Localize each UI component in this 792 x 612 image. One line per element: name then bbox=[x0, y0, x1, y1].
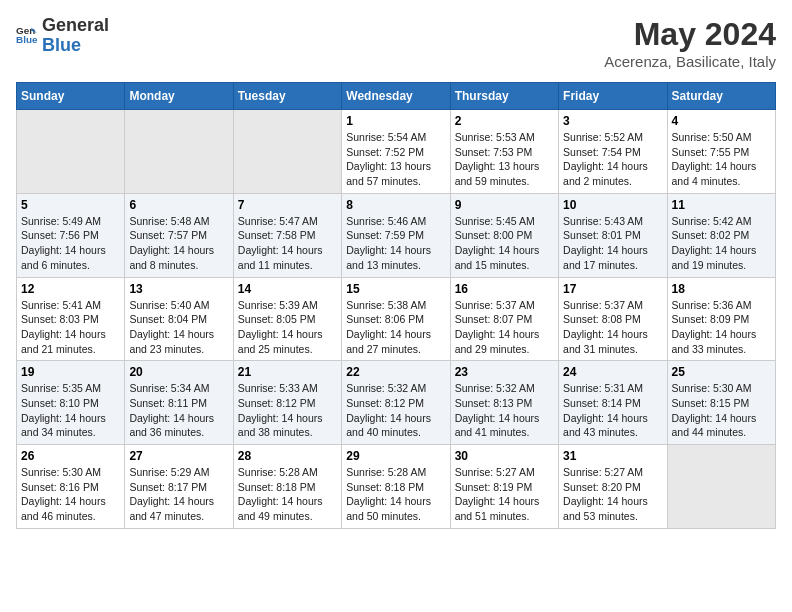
calendar-cell: 16Sunrise: 5:37 AMSunset: 8:07 PMDayligh… bbox=[450, 277, 558, 361]
daylight-label: Daylight: 13 hours and 59 minutes. bbox=[455, 160, 540, 187]
sunrise-label: Sunrise: 5:36 AM bbox=[672, 299, 752, 311]
sunset-label: Sunset: 8:12 PM bbox=[346, 397, 424, 409]
calendar-cell: 18Sunrise: 5:36 AMSunset: 8:09 PMDayligh… bbox=[667, 277, 775, 361]
daylight-label: Daylight: 14 hours and 41 minutes. bbox=[455, 412, 540, 439]
sunset-label: Sunset: 8:00 PM bbox=[455, 229, 533, 241]
sunrise-label: Sunrise: 5:32 AM bbox=[346, 382, 426, 394]
day-info: Sunrise: 5:28 AMSunset: 8:18 PMDaylight:… bbox=[238, 465, 337, 524]
logo-icon: Gen Blue bbox=[16, 23, 38, 49]
calendar-cell: 10Sunrise: 5:43 AMSunset: 8:01 PMDayligh… bbox=[559, 193, 667, 277]
sunset-label: Sunset: 7:57 PM bbox=[129, 229, 207, 241]
day-info: Sunrise: 5:53 AMSunset: 7:53 PMDaylight:… bbox=[455, 130, 554, 189]
day-number: 19 bbox=[21, 365, 120, 379]
calendar-week-row: 1Sunrise: 5:54 AMSunset: 7:52 PMDaylight… bbox=[17, 110, 776, 194]
day-number: 14 bbox=[238, 282, 337, 296]
sunrise-label: Sunrise: 5:27 AM bbox=[455, 466, 535, 478]
sunrise-label: Sunrise: 5:43 AM bbox=[563, 215, 643, 227]
day-number: 18 bbox=[672, 282, 771, 296]
daylight-label: Daylight: 14 hours and 4 minutes. bbox=[672, 160, 757, 187]
calendar-cell: 23Sunrise: 5:32 AMSunset: 8:13 PMDayligh… bbox=[450, 361, 558, 445]
day-number: 23 bbox=[455, 365, 554, 379]
sunrise-label: Sunrise: 5:49 AM bbox=[21, 215, 101, 227]
sunrise-label: Sunrise: 5:30 AM bbox=[672, 382, 752, 394]
sunrise-label: Sunrise: 5:42 AM bbox=[672, 215, 752, 227]
day-info: Sunrise: 5:35 AMSunset: 8:10 PMDaylight:… bbox=[21, 381, 120, 440]
title-area: May 2024 Acerenza, Basilicate, Italy bbox=[604, 16, 776, 70]
sunset-label: Sunset: 8:13 PM bbox=[455, 397, 533, 409]
day-info: Sunrise: 5:52 AMSunset: 7:54 PMDaylight:… bbox=[563, 130, 662, 189]
sunrise-label: Sunrise: 5:54 AM bbox=[346, 131, 426, 143]
day-number: 26 bbox=[21, 449, 120, 463]
sunset-label: Sunset: 8:06 PM bbox=[346, 313, 424, 325]
calendar-cell: 6Sunrise: 5:48 AMSunset: 7:57 PMDaylight… bbox=[125, 193, 233, 277]
daylight-label: Daylight: 14 hours and 50 minutes. bbox=[346, 495, 431, 522]
daylight-label: Daylight: 14 hours and 46 minutes. bbox=[21, 495, 106, 522]
sunset-label: Sunset: 8:03 PM bbox=[21, 313, 99, 325]
day-number: 15 bbox=[346, 282, 445, 296]
sunrise-label: Sunrise: 5:47 AM bbox=[238, 215, 318, 227]
sunrise-label: Sunrise: 5:27 AM bbox=[563, 466, 643, 478]
day-number: 22 bbox=[346, 365, 445, 379]
sunrise-label: Sunrise: 5:48 AM bbox=[129, 215, 209, 227]
day-of-week-header: Saturday bbox=[667, 83, 775, 110]
daylight-label: Daylight: 13 hours and 57 minutes. bbox=[346, 160, 431, 187]
daylight-label: Daylight: 14 hours and 13 minutes. bbox=[346, 244, 431, 271]
sunset-label: Sunset: 7:55 PM bbox=[672, 146, 750, 158]
calendar-cell bbox=[667, 445, 775, 529]
calendar-cell: 12Sunrise: 5:41 AMSunset: 8:03 PMDayligh… bbox=[17, 277, 125, 361]
calendar-cell: 20Sunrise: 5:34 AMSunset: 8:11 PMDayligh… bbox=[125, 361, 233, 445]
day-number: 21 bbox=[238, 365, 337, 379]
sunrise-label: Sunrise: 5:40 AM bbox=[129, 299, 209, 311]
sunrise-label: Sunrise: 5:35 AM bbox=[21, 382, 101, 394]
location: Acerenza, Basilicate, Italy bbox=[604, 53, 776, 70]
calendar-cell: 8Sunrise: 5:46 AMSunset: 7:59 PMDaylight… bbox=[342, 193, 450, 277]
sunset-label: Sunset: 8:17 PM bbox=[129, 481, 207, 493]
sunset-label: Sunset: 8:07 PM bbox=[455, 313, 533, 325]
day-number: 29 bbox=[346, 449, 445, 463]
sunrise-label: Sunrise: 5:41 AM bbox=[21, 299, 101, 311]
day-of-week-header: Friday bbox=[559, 83, 667, 110]
day-number: 27 bbox=[129, 449, 228, 463]
day-info: Sunrise: 5:27 AMSunset: 8:20 PMDaylight:… bbox=[563, 465, 662, 524]
day-number: 3 bbox=[563, 114, 662, 128]
day-number: 28 bbox=[238, 449, 337, 463]
calendar-cell: 27Sunrise: 5:29 AMSunset: 8:17 PMDayligh… bbox=[125, 445, 233, 529]
day-info: Sunrise: 5:33 AMSunset: 8:12 PMDaylight:… bbox=[238, 381, 337, 440]
day-number: 10 bbox=[563, 198, 662, 212]
daylight-label: Daylight: 14 hours and 8 minutes. bbox=[129, 244, 214, 271]
sunset-label: Sunset: 7:52 PM bbox=[346, 146, 424, 158]
day-number: 30 bbox=[455, 449, 554, 463]
sunrise-label: Sunrise: 5:31 AM bbox=[563, 382, 643, 394]
sunset-label: Sunset: 8:02 PM bbox=[672, 229, 750, 241]
daylight-label: Daylight: 14 hours and 17 minutes. bbox=[563, 244, 648, 271]
day-info: Sunrise: 5:42 AMSunset: 8:02 PMDaylight:… bbox=[672, 214, 771, 273]
daylight-label: Daylight: 14 hours and 23 minutes. bbox=[129, 328, 214, 355]
daylight-label: Daylight: 14 hours and 25 minutes. bbox=[238, 328, 323, 355]
sunset-label: Sunset: 7:59 PM bbox=[346, 229, 424, 241]
svg-text:Blue: Blue bbox=[16, 34, 38, 45]
day-info: Sunrise: 5:48 AMSunset: 7:57 PMDaylight:… bbox=[129, 214, 228, 273]
daylight-label: Daylight: 14 hours and 49 minutes. bbox=[238, 495, 323, 522]
day-number: 4 bbox=[672, 114, 771, 128]
day-info: Sunrise: 5:31 AMSunset: 8:14 PMDaylight:… bbox=[563, 381, 662, 440]
sunrise-label: Sunrise: 5:52 AM bbox=[563, 131, 643, 143]
sunrise-label: Sunrise: 5:32 AM bbox=[455, 382, 535, 394]
day-info: Sunrise: 5:38 AMSunset: 8:06 PMDaylight:… bbox=[346, 298, 445, 357]
day-info: Sunrise: 5:37 AMSunset: 8:07 PMDaylight:… bbox=[455, 298, 554, 357]
day-number: 16 bbox=[455, 282, 554, 296]
daylight-label: Daylight: 14 hours and 47 minutes. bbox=[129, 495, 214, 522]
day-of-week-header: Wednesday bbox=[342, 83, 450, 110]
sunset-label: Sunset: 8:05 PM bbox=[238, 313, 316, 325]
sunrise-label: Sunrise: 5:28 AM bbox=[346, 466, 426, 478]
calendar-week-row: 5Sunrise: 5:49 AMSunset: 7:56 PMDaylight… bbox=[17, 193, 776, 277]
sunset-label: Sunset: 7:58 PM bbox=[238, 229, 316, 241]
day-info: Sunrise: 5:28 AMSunset: 8:18 PMDaylight:… bbox=[346, 465, 445, 524]
daylight-label: Daylight: 14 hours and 21 minutes. bbox=[21, 328, 106, 355]
sunset-label: Sunset: 8:08 PM bbox=[563, 313, 641, 325]
daylight-label: Daylight: 14 hours and 43 minutes. bbox=[563, 412, 648, 439]
day-number: 17 bbox=[563, 282, 662, 296]
header-row: SundayMondayTuesdayWednesdayThursdayFrid… bbox=[17, 83, 776, 110]
calendar-cell: 9Sunrise: 5:45 AMSunset: 8:00 PMDaylight… bbox=[450, 193, 558, 277]
day-info: Sunrise: 5:50 AMSunset: 7:55 PMDaylight:… bbox=[672, 130, 771, 189]
day-number: 7 bbox=[238, 198, 337, 212]
